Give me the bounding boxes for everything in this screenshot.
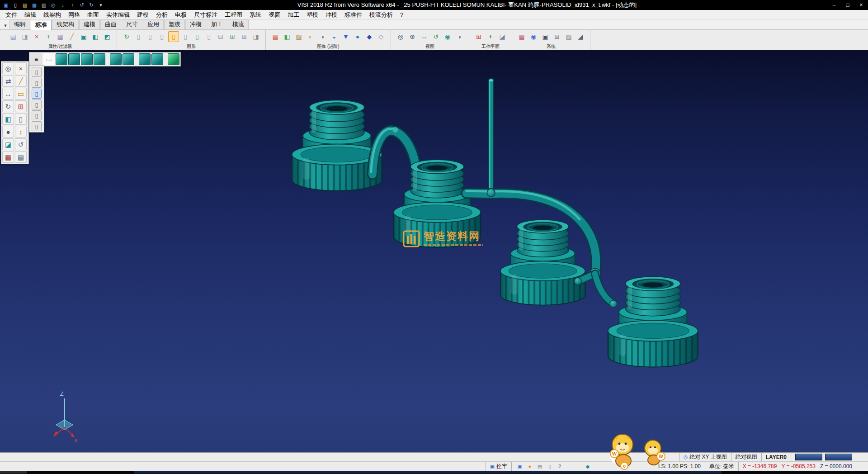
tab-应用[interactable]: 应用 <box>143 19 164 29</box>
menu-视窗[interactable]: 视窗 <box>265 11 284 19</box>
maximize-button[interactable]: □ <box>841 0 854 10</box>
taskbar[interactable] <box>0 471 868 474</box>
pan-view-icon[interactable]: ↔ <box>419 31 429 42</box>
raytrace-icon[interactable]: ◇ <box>376 31 387 42</box>
material-palette-icon[interactable]: ▦ <box>270 31 281 42</box>
workplane-color-swatch[interactable] <box>795 454 822 460</box>
cube-status-icon[interactable]: ◆ <box>584 463 592 470</box>
redo-icon[interactable]: ↻ <box>87 1 95 9</box>
view-bottom-icon[interactable] <box>139 53 151 65</box>
menu-系统[interactable]: 系统 <box>246 11 265 19</box>
view-dynamic-icon[interactable] <box>168 53 179 65</box>
snapshot-icon[interactable]: ◨ <box>250 31 261 42</box>
menu-实体编辑[interactable]: 实体编辑 <box>103 11 133 19</box>
menu-编辑[interactable]: 编辑 <box>21 11 40 19</box>
menu-?[interactable]: ? <box>396 11 407 18</box>
mirror-icon[interactable]: ⇄ <box>2 75 14 87</box>
undo-tool-icon[interactable]: ↺ <box>15 138 27 150</box>
quality-icon[interactable]: ● <box>352 31 363 42</box>
transparent-mode-icon[interactable]: ▯ <box>192 31 203 42</box>
trim-icon[interactable]: × <box>15 62 27 74</box>
tab-塑膜[interactable]: 塑膜 <box>164 19 185 29</box>
tab-线架构[interactable]: 线架构 <box>52 19 79 29</box>
section-mode-icon[interactable]: ⊟ <box>215 31 226 42</box>
app-logo-icon[interactable]: ▣ <box>2 1 10 9</box>
menu-建模[interactable]: 建模 <box>133 11 152 19</box>
workplane-3d-icon[interactable]: ◪ <box>497 31 508 42</box>
pick-filter-face-icon[interactable]: ▯ <box>32 78 42 88</box>
view-menu-icon[interactable]: ≡ <box>30 53 42 65</box>
pick-filter-all-icon[interactable]: ▯ <box>32 121 42 131</box>
export-icon[interactable]: ↑ <box>68 1 76 9</box>
close-button[interactable]: × <box>854 0 868 10</box>
menu-加工[interactable]: 加工 <box>284 11 303 19</box>
solid-filter-icon[interactable]: ▣ <box>78 31 89 42</box>
palette-icon[interactable]: ▦ <box>2 151 14 163</box>
analysis-mode-icon[interactable]: ▯ <box>203 31 214 42</box>
doc-status-icon[interactable]: ▯ <box>546 463 554 470</box>
workplane-xy-icon[interactable]: ⊞ <box>473 31 484 42</box>
edge-filter-icon[interactable]: ◩ <box>102 31 113 42</box>
menu-尺寸标注[interactable]: 尺寸标注 <box>190 11 221 19</box>
material-edit-icon[interactable]: ◧ <box>282 31 292 42</box>
pick-filter-edge-icon[interactable]: ▯ <box>32 89 42 99</box>
help2-status-icon[interactable]: 2 <box>556 463 564 470</box>
render-filter-icon[interactable]: ▼ <box>340 31 351 42</box>
split-icon[interactable]: ◪ <box>2 138 14 150</box>
open-file-icon[interactable]: ▤ <box>21 1 29 9</box>
model-runner-a[interactable] <box>371 127 416 174</box>
background-color-swatch[interactable] <box>825 454 852 460</box>
lock-cell[interactable]: ▣ 拴牢 <box>486 462 511 471</box>
menu-线架构[interactable]: 线架构 <box>40 11 65 19</box>
tab-曲面[interactable]: 曲面 <box>100 19 121 29</box>
units-cell[interactable]: 单位: 毫米 <box>705 462 738 471</box>
raster-grid-icon[interactable]: ▨ <box>563 31 574 42</box>
save-file-icon[interactable]: ▦ <box>30 1 38 9</box>
hidden-line-mode-icon[interactable]: ▯ <box>145 31 156 42</box>
menu-模流分析[interactable]: 模流分析 <box>366 11 396 19</box>
zoom-select-icon[interactable]: ◎ <box>2 62 14 74</box>
rotate-view-icon[interactable]: ↺ <box>430 31 441 42</box>
save-status-icon[interactable]: ▣ <box>516 463 524 470</box>
view-back-icon[interactable] <box>110 53 122 65</box>
textured-mode-icon[interactable]: ▯ <box>180 31 191 42</box>
tab-尺寸[interactable]: 尺寸 <box>122 19 142 29</box>
world-options-icon[interactable]: ◉ <box>528 31 539 42</box>
menu-冲模[interactable]: 冲模 <box>322 11 341 19</box>
tab-建模[interactable]: 建模 <box>79 19 100 29</box>
print-status-icon[interactable]: ▤ <box>536 463 544 470</box>
tab-模流[interactable]: 模流 <box>228 19 249 29</box>
workplane-align-icon[interactable]: + <box>485 31 496 42</box>
render-cube-icon[interactable]: ◆ <box>364 31 375 42</box>
view-left-icon[interactable] <box>123 53 134 65</box>
model-cap-3[interactable] <box>500 220 585 305</box>
menu-塑模[interactable]: 塑模 <box>303 11 322 19</box>
menu-曲面[interactable]: 曲面 <box>84 11 103 19</box>
shaded-mode-icon[interactable]: ▯ <box>168 31 179 42</box>
attribute-paint-icon[interactable]: ╱ <box>66 31 77 42</box>
pick-filter-point-icon[interactable]: ▯ <box>32 110 42 120</box>
undo-icon[interactable]: ↺ <box>78 1 86 9</box>
flat-shading-icon[interactable]: ▯ <box>156 31 167 42</box>
view-front-icon[interactable] <box>81 53 93 65</box>
menu-标准件[interactable]: 标准件 <box>341 11 366 19</box>
calculator-icon[interactable]: ⊞ <box>552 31 562 42</box>
pick-filter-wire-icon[interactable]: ▯ <box>32 100 42 109</box>
face-filter-icon[interactable]: ◧ <box>90 31 101 42</box>
menu-电极[interactable]: 电极 <box>171 11 190 19</box>
dimension-icon[interactable]: ↕ <box>15 126 27 137</box>
rotate-tool-icon[interactable]: ↻ <box>2 100 14 112</box>
view-blank-icon[interactable]: ▭ <box>43 53 55 65</box>
measure-icon[interactable]: ▭ <box>15 88 27 100</box>
view-reference-cell[interactable]: ◎ 绝对 XY 上视图 <box>679 453 731 461</box>
viewport[interactable]: Z X ≡▭ ◎×⇄╱↔▭↻⊞◧▯●↕◪↺▦▤ ▯▯▯▯▯▯ 智 <box>0 50 868 452</box>
import-icon[interactable]: ↓ <box>59 1 67 9</box>
view-axon-icon[interactable] <box>151 53 163 65</box>
lighting-icon[interactable]: ◐ <box>305 31 316 42</box>
tab-加工[interactable]: 加工 <box>207 19 227 29</box>
model-3d-canvas[interactable]: Z X <box>0 50 868 452</box>
tab-编辑[interactable]: 编辑 <box>9 19 30 29</box>
layer-cell[interactable]: LAYER0 <box>761 453 791 461</box>
menu-网格[interactable]: 网格 <box>65 11 84 19</box>
sheet-icon[interactable]: ▯ <box>15 113 27 125</box>
